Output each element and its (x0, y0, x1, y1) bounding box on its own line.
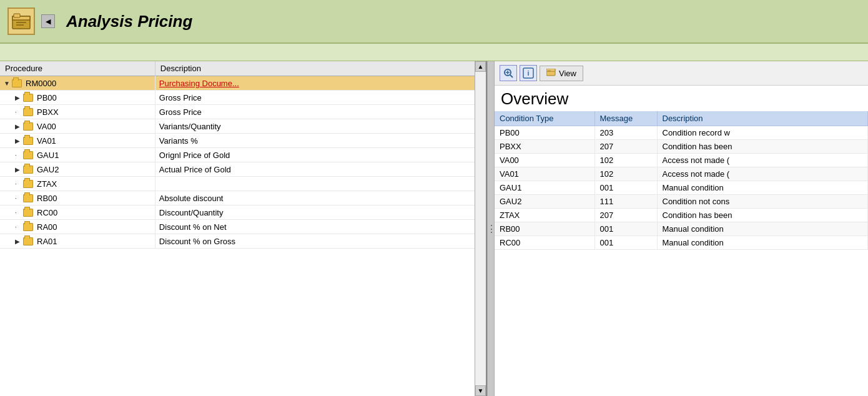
description-cell: Discount % on Gross (155, 234, 485, 249)
scroll-down-btn[interactable]: ▼ (475, 385, 486, 396)
tree-arrow-icon[interactable]: · (15, 181, 21, 187)
procedure-code: RC00 (37, 208, 57, 217)
tree-arrow-icon[interactable]: · (15, 109, 21, 116)
description-col-header2: Description (657, 111, 868, 126)
toolbar-area (0, 44, 868, 61)
folder-icon (23, 180, 33, 188)
procedure-code: ZTAX (37, 179, 57, 189)
procedure-cell: ·RC00 (0, 205, 155, 220)
view-button[interactable]: View (540, 66, 583, 81)
tree-arrow-icon[interactable]: · (15, 224, 21, 230)
tree-row[interactable]: ·RC00Discount/Quantity (0, 205, 486, 220)
desc-cell: Manual condition (657, 181, 868, 195)
overview-scroll: Condition Type Message Description PB002… (495, 111, 868, 396)
overview-row[interactable]: ZTAX207Condition has been (495, 209, 868, 222)
resize-handle[interactable]: ⋮ (487, 61, 495, 396)
procedure-tree-table: Procedure Description ▼RM0000Purchasing … (0, 61, 486, 249)
procedure-cell: ▼RM0000 (0, 76, 155, 91)
svg-rect-4 (14, 14, 20, 17)
desc-cell: Condition has been (657, 209, 868, 222)
back-nav-icon[interactable]: ◀ (41, 14, 55, 28)
procedure-cell: ·RA00 (0, 220, 155, 234)
view-button-label: View (559, 69, 576, 78)
tree-row[interactable]: ·PBXXGross Price (0, 105, 486, 119)
info-button[interactable]: i (520, 65, 537, 81)
condition-type-cell: RC00 (495, 236, 594, 250)
folder-icon (23, 94, 33, 102)
procedure-cell: ▶VA00 (0, 119, 155, 134)
desc-cell: Condition not cons (657, 195, 868, 209)
message-cell: 001 (594, 236, 657, 250)
description-col-header: Description (155, 61, 485, 76)
tree-row[interactable]: ·ZTAX (0, 177, 486, 191)
message-cell: 111 (594, 195, 657, 209)
tree-arrow-icon[interactable]: · (15, 209, 21, 216)
overview-table: Condition Type Message Description PB002… (495, 111, 868, 250)
overview-row[interactable]: GAU2111Condition not cons (495, 195, 868, 209)
tree-row[interactable]: ▶RA01Discount % on Gross (0, 234, 486, 249)
desc-cell: Access not made ( (657, 167, 868, 181)
folder-icon (12, 79, 22, 87)
procedure-code: PB00 (37, 93, 57, 102)
condition-type-cell: PBXX (495, 140, 594, 154)
tree-arrow-icon[interactable]: · (15, 195, 21, 202)
folder-icon (23, 137, 33, 145)
condition-type-cell: ZTAX (495, 209, 594, 222)
procedure-cell: ▶VA01 (0, 134, 155, 148)
page-title: Analysis Pricing (66, 12, 192, 31)
condition-type-cell: PB00 (495, 126, 594, 140)
scroll-up-btn[interactable]: ▲ (475, 61, 486, 72)
svg-line-6 (510, 75, 513, 77)
overview-row[interactable]: VA01102Access not made ( (495, 167, 868, 181)
overview-row[interactable]: VA00102Access not made ( (495, 154, 868, 167)
tree-row[interactable]: ▶GAU2Actual Price of Gold (0, 162, 486, 177)
overview-row[interactable]: RB00001Manual condition (495, 222, 868, 236)
description-cell: Gross Price (155, 105, 485, 119)
procedure-cell: ·GAU1 (0, 148, 155, 162)
folder-icon (23, 223, 33, 231)
overview-row[interactable]: GAU1001Manual condition (495, 181, 868, 195)
tree-arrow-icon[interactable]: ▶ (15, 94, 21, 101)
tree-row[interactable]: ▼RM0000Purchasing Docume... (0, 76, 486, 91)
app-icon (7, 7, 35, 35)
overview-row[interactable]: RC00001Manual condition (495, 236, 868, 250)
tree-row[interactable]: ·GAU1Orignl Price of Gold (0, 148, 486, 162)
tree-arrow-icon[interactable]: ▶ (15, 166, 21, 173)
tree-scrollbar[interactable]: ▲ ▼ (475, 61, 486, 396)
tree-row[interactable]: ▶VA00Variants/Quantity (0, 119, 486, 134)
tree-scroll-container: Procedure Description ▼RM0000Purchasing … (0, 61, 486, 396)
overview-row[interactable]: PB00203Condition record w (495, 126, 868, 140)
tree-header-row: Procedure Description (0, 61, 486, 76)
message-cell: 203 (594, 126, 657, 140)
procedure-col-header: Procedure (0, 61, 155, 76)
tree-arrow-icon[interactable]: · (15, 152, 21, 159)
tree-arrow-icon[interactable]: ▶ (15, 238, 21, 245)
tree-row[interactable]: ·RB00Absolute discount (0, 191, 486, 205)
tree-arrow-icon[interactable]: ▶ (15, 137, 21, 144)
condition-type-col-header: Condition Type (495, 111, 594, 126)
message-cell: 102 (594, 154, 657, 167)
condition-type-cell: RB00 (495, 222, 594, 236)
procedure-cell: ·RB00 (0, 191, 155, 205)
procedure-code: VA01 (37, 136, 56, 146)
procedure-cell: ·ZTAX (0, 177, 155, 191)
tree-row[interactable]: ▶VA01Variants % (0, 134, 486, 148)
tree-arrow-icon[interactable]: ▼ (4, 80, 10, 87)
description-cell: Orignl Price of Gold (155, 148, 485, 162)
message-cell: 102 (594, 167, 657, 181)
overview-header-row: Condition Type Message Description (495, 111, 868, 126)
folder-icon (23, 194, 33, 202)
tree-row[interactable]: ▶PB00Gross Price (0, 91, 486, 105)
overview-row[interactable]: PBXX207Condition has been (495, 140, 868, 154)
find-button[interactable] (500, 65, 517, 81)
tree-arrow-icon[interactable]: ▶ (15, 123, 21, 130)
desc-cell: Condition has been (657, 140, 868, 154)
message-cell: 001 (594, 181, 657, 195)
procedure-code: GAU1 (37, 151, 59, 160)
tree-row[interactable]: ·RA00Discount % on Net (0, 220, 486, 234)
procedure-code: RA00 (37, 222, 57, 232)
message-cell: 207 (594, 209, 657, 222)
procedure-cell: ▶GAU2 (0, 162, 155, 177)
main-content: Procedure Description ▼RM0000Purchasing … (0, 61, 868, 396)
svg-rect-13 (548, 70, 551, 72)
